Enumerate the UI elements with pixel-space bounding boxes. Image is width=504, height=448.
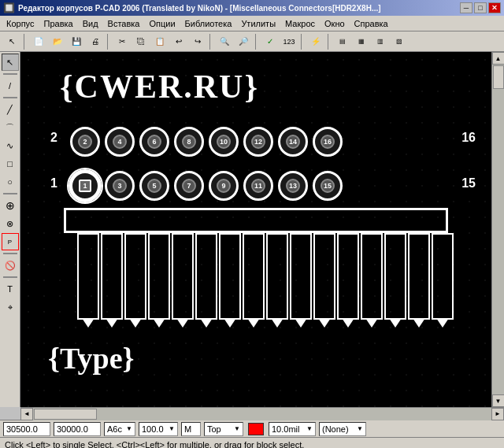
menu-utilities[interactable]: Утилиты xyxy=(236,17,280,30)
pad-13[interactable]: 13 xyxy=(276,168,310,203)
scroll-down-button[interactable]: ▼ xyxy=(492,394,505,407)
width-dropdown-arrow: ▼ xyxy=(306,425,313,432)
color-swatch[interactable] xyxy=(248,423,264,435)
tool-measure[interactable]: ⌖ xyxy=(2,298,19,316)
pad-2-circle: 2 xyxy=(70,127,100,157)
units-dropdown-arrow: ▼ xyxy=(126,425,132,432)
pin-tip-10 xyxy=(295,318,307,328)
vertical-scrollbar[interactable]: ▲ ▼ xyxy=(491,52,504,407)
pin-tip-15 xyxy=(413,318,425,328)
layer-dropdown-arrow: ▼ xyxy=(234,425,240,432)
statusbar-style-field[interactable]: (None) ▼ xyxy=(319,422,366,436)
tb-select-icon[interactable]: ↖ xyxy=(3,33,20,50)
minimize-button[interactable]: ─ xyxy=(460,2,472,13)
menu-library[interactable]: Библиотека xyxy=(180,17,237,30)
tool-x[interactable]: ⊗ xyxy=(2,215,19,232)
tool-text[interactable]: T xyxy=(2,280,19,298)
horizontal-scrollbar[interactable]: ◄ ► xyxy=(20,407,504,420)
tool-sep5 xyxy=(3,276,17,278)
tb-check-button[interactable]: ✓ xyxy=(261,33,279,50)
tool-select[interactable]: ↖ xyxy=(2,54,19,71)
statusbar-units-value-field[interactable]: 100.0 ▼ xyxy=(139,422,178,436)
statusbar-style-value: (None) xyxy=(322,424,349,434)
tool-bezier[interactable]: ∿ xyxy=(2,137,19,154)
menu-macro[interactable]: Макрос xyxy=(280,17,320,30)
tb-123-button[interactable]: 123 xyxy=(280,33,298,50)
tool-pad[interactable]: P xyxy=(2,233,19,250)
tb-layer3-button[interactable]: ▥ xyxy=(372,33,389,50)
menu-edit[interactable]: Правка xyxy=(39,17,77,30)
pin-tip-2 xyxy=(106,318,118,328)
tool-trace[interactable]: / xyxy=(2,77,19,94)
pad-5[interactable]: 5 xyxy=(137,168,172,203)
tool-circle[interactable]: ○ xyxy=(2,173,19,191)
close-button[interactable]: ✕ xyxy=(488,2,501,13)
tb-sep5 xyxy=(301,34,304,50)
pad-10[interactable]: 10 xyxy=(206,124,241,159)
pad-1[interactable]: 1 xyxy=(68,168,102,203)
canvas[interactable]: {CWER.RU} 2 1 16 15 2 4 xyxy=(20,52,491,407)
scroll-right-button[interactable]: ► xyxy=(491,408,504,420)
tb-save-button[interactable]: 💾 xyxy=(68,33,85,50)
menu-help[interactable]: Справка xyxy=(350,17,393,30)
pad-16[interactable]: 16 xyxy=(310,124,345,159)
tb-print-button[interactable]: 🖨 xyxy=(87,33,104,50)
menu-options[interactable]: Опции xyxy=(144,17,180,30)
pins-row xyxy=(77,233,454,320)
tb-paste-button[interactable]: 📋 xyxy=(151,33,169,50)
maximize-button[interactable]: □ xyxy=(474,2,487,13)
pad-15[interactable]: 15 xyxy=(310,168,345,203)
menu-view[interactable]: Вид xyxy=(78,17,103,30)
pad-9[interactable]: 9 xyxy=(206,168,241,203)
tb-layer4-button[interactable]: ▧ xyxy=(391,33,408,50)
tb-zoom-out-button[interactable]: 🔎 xyxy=(235,33,252,50)
tb-new-button[interactable]: 📄 xyxy=(30,33,47,50)
pad-15-num: 15 xyxy=(324,182,332,190)
pad-3-circle: 3 xyxy=(105,171,135,201)
menu-insert[interactable]: Вставка xyxy=(103,17,145,30)
tb-copy-button[interactable]: ⿻ xyxy=(132,33,150,50)
pad-4-circle: 4 xyxy=(105,127,135,157)
pad-2[interactable]: 2 xyxy=(68,124,102,159)
scroll-up-button[interactable]: ▲ xyxy=(492,52,505,65)
tb-zoom-in-button[interactable]: 🔍 xyxy=(216,33,233,50)
pad-6[interactable]: 6 xyxy=(137,124,172,159)
scroll-thumb-horizontal[interactable] xyxy=(34,409,97,420)
scroll-track-vertical[interactable] xyxy=(492,65,505,394)
statusbar-units-label: А6с xyxy=(107,424,122,434)
tb-sep4 xyxy=(255,34,258,50)
toolbar: ↖ 📄 📂 💾 🖨 ✂ ⿻ 📋 ↩ ↪ 🔍 🔎 ✓ 123 ⚡ ▤ ▦ ▥ ▧ xyxy=(0,31,504,52)
statusbar-layer-field[interactable]: Top ▼ xyxy=(204,422,243,436)
pin-connector-4 xyxy=(148,233,170,320)
pad-3[interactable]: 3 xyxy=(102,168,137,203)
tool-no[interactable]: 🚫 xyxy=(2,257,19,274)
pad-11[interactable]: 11 xyxy=(241,168,276,203)
pad-3-num: 3 xyxy=(117,182,121,190)
scroll-thumb-vertical[interactable] xyxy=(493,65,504,89)
statusbar-mode-field[interactable]: M xyxy=(181,422,201,436)
statusbar-units-value: 100.0 xyxy=(142,424,164,434)
pad-12[interactable]: 12 xyxy=(241,124,276,159)
tool-arc[interactable]: ⌒ xyxy=(2,119,19,136)
tool-crosshair[interactable]: ⊕ xyxy=(2,197,19,214)
menu-window[interactable]: Окно xyxy=(320,17,350,30)
pad-8[interactable]: 8 xyxy=(172,124,206,159)
pad-14[interactable]: 14 xyxy=(276,124,310,159)
pad-7[interactable]: 7 xyxy=(172,168,206,203)
scroll-left-button[interactable]: ◄ xyxy=(20,408,33,420)
status-message: Click <Left> to single Select, <Ctrl><Le… xyxy=(5,440,304,449)
tool-line[interactable]: ╱ xyxy=(2,101,19,118)
tb-redo-button[interactable]: ↪ xyxy=(189,33,206,50)
scroll-track-horizontal[interactable] xyxy=(33,408,491,420)
tool-rect[interactable]: □ xyxy=(2,155,19,172)
tb-cut-button[interactable]: ✂ xyxy=(113,33,131,50)
tb-layer1-button[interactable]: ▤ xyxy=(334,33,351,50)
pad-4[interactable]: 4 xyxy=(102,124,137,159)
statusbar-width-field[interactable]: 10.0mil ▼ xyxy=(269,422,316,436)
statusbar-units-field[interactable]: А6с ▼ xyxy=(104,422,135,436)
menu-corpus[interactable]: Корпус xyxy=(2,17,39,30)
tb-undo-button[interactable]: ↩ xyxy=(170,33,187,50)
tb-flash-button[interactable]: ⚡ xyxy=(307,33,324,50)
tb-open-button[interactable]: 📂 xyxy=(49,33,66,50)
tb-layer2-button[interactable]: ▦ xyxy=(353,33,370,50)
